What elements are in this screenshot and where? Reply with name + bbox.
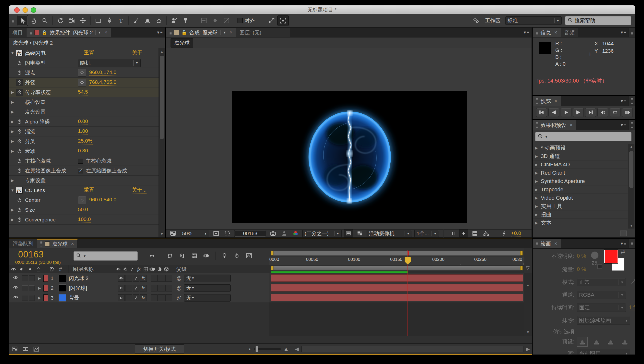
audio-toggle-box[interactable]: [22, 295, 28, 301]
axis-mode-world-icon[interactable]: [210, 15, 221, 26]
layer-visibility-icon[interactable]: [13, 274, 19, 282]
expand-arrow-icon[interactable]: ▶: [535, 179, 538, 183]
tab-effects-presets[interactable]: 效果和预设×: [533, 120, 576, 130]
tab-timeline-comp[interactable]: 魔光球 ×: [37, 239, 78, 248]
layer-name[interactable]: [闪光球]: [69, 285, 118, 292]
close-tab-icon[interactable]: ×: [554, 98, 557, 104]
fx-switch-box[interactable]: fx: [140, 294, 147, 301]
fx-switch-box[interactable]: fx: [140, 275, 147, 282]
workspace-dropdown[interactable]: 标准▼: [505, 16, 562, 25]
group-arrow-icon[interactable]: ▶: [9, 100, 16, 104]
new-folder-icon[interactable]: [620, 230, 626, 236]
fx-switch-box[interactable]: fx: [140, 285, 147, 292]
timeline-hscrollbar[interactable]: [301, 346, 523, 352]
panel-menu-icon[interactable]: ▼≡: [154, 28, 165, 37]
close-tab-icon[interactable]: ×: [554, 30, 557, 35]
duration-dropdown[interactable]: 固定▼: [577, 304, 626, 312]
close-tab-icon[interactable]: ×: [570, 122, 573, 128]
stopwatch-icon[interactable]: [16, 118, 23, 126]
play-button[interactable]: [561, 108, 571, 117]
solo-toggle-box[interactable]: [29, 275, 35, 281]
preset-category-item[interactable]: ▶文本: [533, 219, 627, 227]
region-of-interest-icon[interactable]: [223, 229, 232, 238]
zoom-tool-icon[interactable]: [39, 15, 51, 26]
viewer-area[interactable]: [166, 48, 531, 229]
mode-dropdown[interactable]: 正常▼: [577, 278, 626, 286]
rectangle-tool-icon[interactable]: [93, 15, 104, 26]
expand-layers-icon[interactable]: [9, 345, 20, 354]
layer-label-chip[interactable]: [43, 285, 48, 292]
anchor-switch-box[interactable]: [118, 294, 125, 301]
motion-blur-icon[interactable]: [201, 251, 212, 260]
about-link[interactable]: 关于...: [132, 50, 147, 56]
channel-dropdown[interactable]: RGBA▼: [577, 291, 626, 299]
brainstorm-icon[interactable]: [219, 251, 230, 260]
parent-pickwhip-icon[interactable]: @: [177, 275, 182, 281]
view-layout-dropdown[interactable]: 1个...▼: [414, 230, 439, 237]
parent-dropdown[interactable]: 无▼: [184, 274, 231, 282]
timeline-button-icon[interactable]: [470, 229, 479, 238]
property-value[interactable]: 25.0%: [78, 138, 93, 144]
expand-arrow-icon[interactable]: ▶: [9, 208, 16, 212]
graph-editor-icon[interactable]: [244, 251, 254, 260]
puppet-pin-tool-icon[interactable]: [180, 15, 191, 26]
property-value[interactable]: 768.4,765.0: [89, 79, 116, 86]
duration-frames[interactable]: 1 f: [629, 304, 635, 311]
parent-pickwhip-icon[interactable]: @: [177, 285, 182, 291]
hscroll-right-arrow[interactable]: ▶: [526, 346, 530, 352]
fx-switch-icon[interactable]: fx: [136, 265, 142, 274]
preset-category-item[interactable]: ▶Trapcode: [533, 186, 627, 194]
layer-duration-bar[interactable]: [271, 274, 523, 282]
clone-preset-4-icon[interactable]: [619, 337, 630, 346]
zoom-quality-icon[interactable]: [266, 15, 277, 26]
property-value[interactable]: 960.0,540.0: [89, 197, 116, 203]
close-tab-icon[interactable]: ×: [105, 30, 108, 35]
current-frame-display[interactable]: 00163: [18, 249, 44, 260]
magnification-dropdown[interactable]: 50%▼: [180, 230, 209, 237]
anchor-switch-box[interactable]: [118, 285, 125, 292]
flowchart-icon[interactable]: [482, 229, 491, 238]
expand-inout-icon[interactable]: [20, 345, 31, 354]
preset-category-item[interactable]: ▶Red Giant: [533, 169, 627, 177]
expand-arrow-icon[interactable]: ▶: [9, 120, 16, 124]
audio-toggle-box[interactable]: [22, 285, 28, 291]
layer-expand-arrow-icon[interactable]: ▶: [38, 276, 41, 280]
panel-menu-icon[interactable]: ▼≡: [617, 120, 628, 130]
eyedropper-icon[interactable]: [630, 278, 635, 286]
safe-margins-icon[interactable]: [212, 229, 221, 238]
stopwatch-icon[interactable]: [16, 148, 23, 155]
preset-category-item[interactable]: ▶Video Copilot: [533, 194, 627, 202]
anchor-switch-box[interactable]: [118, 275, 125, 282]
brush-tool-icon[interactable]: [131, 15, 142, 26]
expand-graph-icon[interactable]: [31, 345, 42, 354]
collapse-switch-icon[interactable]: [122, 265, 129, 274]
axis-mode-local-icon[interactable]: [198, 15, 210, 26]
group-arrow-icon[interactable]: ▶: [9, 110, 16, 114]
auto-keyframe-icon[interactable]: [231, 251, 242, 260]
quality-switch-icon[interactable]: [129, 265, 136, 274]
layer-expand-arrow-icon[interactable]: ▶: [38, 296, 41, 300]
panel-grip[interactable]: [170, 30, 172, 36]
stopwatch-icon[interactable]: [16, 69, 23, 76]
collapse-arrow-icon[interactable]: ▼: [9, 188, 16, 192]
panel-dock-strip[interactable]: [628, 239, 635, 248]
pixel-aspect-icon[interactable]: [448, 229, 457, 238]
close-tab-icon[interactable]: ×: [71, 241, 74, 247]
expand-arrow-icon[interactable]: ▶: [535, 204, 538, 208]
shy-switch-box[interactable]: [125, 275, 132, 282]
minimize-window-icon[interactable]: [23, 7, 28, 13]
stopwatch-icon[interactable]: [16, 128, 23, 135]
motion-blur-box[interactable]: [158, 285, 165, 292]
lock-column-icon[interactable]: [34, 265, 43, 274]
panel-menu-icon[interactable]: ▼≡: [617, 28, 628, 37]
group-arrow-icon[interactable]: ▶: [9, 178, 16, 183]
show-channels-icon[interactable]: [291, 229, 300, 238]
adjustment-box[interactable]: [165, 285, 172, 292]
work-area-bar[interactable]: [271, 266, 523, 271]
property-checkbox[interactable]: ✓: [78, 168, 83, 174]
collapse-arrow-icon[interactable]: ▼: [9, 51, 16, 55]
solo-toggle-box[interactable]: [29, 285, 35, 291]
frame-blending-icon[interactable]: [189, 251, 200, 260]
timeline-search-input[interactable]: ▼: [74, 251, 138, 261]
layer-row[interactable]: ▶3背景fx@无▼: [9, 293, 269, 303]
